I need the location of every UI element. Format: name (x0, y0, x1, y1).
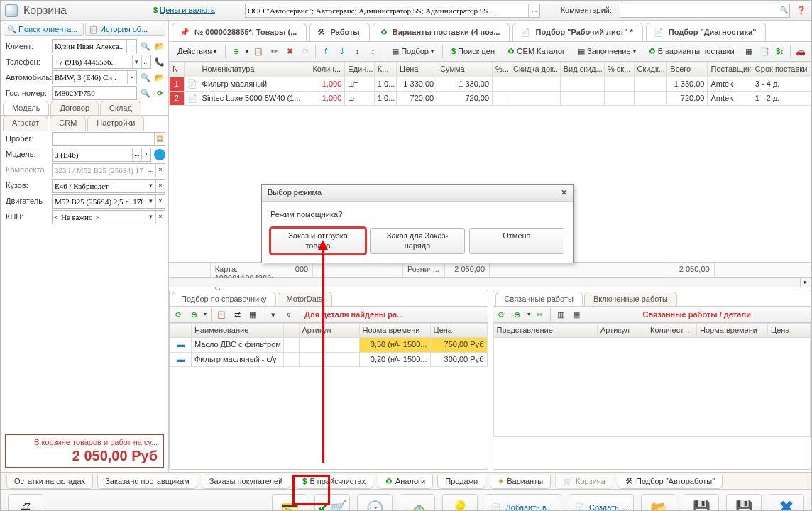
print-button[interactable]: 🖨 (8, 494, 43, 512)
history-button[interactable]: 🕑 (357, 494, 393, 512)
tab-crm[interactable]: CRM (50, 116, 86, 130)
tab-settings[interactable]: Настройки (87, 116, 144, 130)
tab-related[interactable]: Связанные работы (495, 292, 583, 306)
copy-icon[interactable]: 📋 (253, 46, 264, 57)
gos-search-icon[interactable]: 🔍 (140, 87, 151, 99)
help-icon[interactable]: ❓ (796, 5, 807, 16)
btab-cart[interactable]: 🛒Корзина (555, 475, 613, 489)
komplekt-input[interactable]: ...× (52, 163, 165, 177)
modal-order-naryad-button[interactable]: Заказ для Заказ-наряда (370, 228, 465, 253)
hint-button[interactable]: 💡 (442, 494, 478, 512)
open-icon[interactable]: 📂 (154, 40, 165, 52)
engine-input[interactable]: ▾× (52, 194, 165, 209)
org-combo[interactable]: ... (245, 4, 540, 18)
rel-table[interactable]: ПредставлениеАртикулКоличест...Норма вре… (493, 323, 811, 437)
history-button[interactable]: 📋 История об... (85, 23, 165, 36)
kuzov-input[interactable]: ▾× (52, 179, 165, 193)
swap-icon[interactable]: ⇄ (231, 309, 243, 320)
filter-icon[interactable]: ▾ (268, 309, 279, 320)
comment-search-icon[interactable]: 🔍 (779, 4, 789, 17)
car-open-icon[interactable]: 📂 (154, 72, 165, 83)
modal-cancel-button[interactable]: Отмена (469, 228, 564, 253)
tab-included[interactable]: Включенные работы (584, 292, 677, 306)
car-icon[interactable]: 🚗 (795, 46, 806, 57)
client-input[interactable]: ... (52, 39, 137, 53)
goods-table[interactable]: NНоменклатураКолич...Един...К...ЦенаСумм… (169, 62, 811, 106)
sort2-icon[interactable]: ↕ (367, 46, 378, 57)
delete-icon[interactable]: ✖ (284, 46, 295, 57)
filter-off-icon[interactable]: ▿ (283, 309, 295, 320)
tab-works[interactable]: 🛠Работы (309, 23, 369, 41)
car-input[interactable]: ...× (52, 70, 137, 84)
table-row[interactable]: ▬Фильтр масляный - с/у0,20 (н/ч 1500...3… (170, 352, 488, 366)
save-button[interactable]: 💾 (684, 494, 719, 512)
tb-icon1[interactable]: ▦ (743, 46, 755, 57)
add-to-button[interactable]: 📄Добавить в ... (485, 494, 561, 512)
tab-warehouse[interactable]: Склад (100, 101, 141, 115)
tab-contract[interactable]: Договор (50, 101, 99, 115)
to-variants-button[interactable]: ♻В варианты поставки (644, 45, 739, 58)
mileage-input[interactable]: 🧮 (52, 132, 165, 146)
sort-icon[interactable]: ↕ (351, 46, 363, 57)
table-row[interactable]: ▬Масло ДВС с фильтром - замена0,50 (н/ч … (170, 338, 488, 352)
tab-podbor-diag[interactable]: 📄Подбор "Диагностика" (646, 23, 767, 41)
save-close-button[interactable]: 💾 (726, 494, 762, 512)
refresh-icon[interactable]: ⟳ (154, 87, 165, 99)
fill-button[interactable]: ▦Заполнение▾ (574, 45, 640, 58)
dial-icon[interactable]: 📞 (154, 56, 165, 67)
globe-icon[interactable]: 🌐 (154, 149, 165, 160)
table-row[interactable]: 2📄Sintec Luxe 5000 5W40 (1...1,000шт1,0.… (170, 91, 811, 105)
model-input[interactable]: ...× (52, 148, 151, 162)
hscroll-right[interactable]: ▸ (800, 278, 811, 287)
add-icon[interactable]: ⊕ (512, 309, 523, 320)
modal-close-icon[interactable]: ✕ (561, 188, 567, 197)
add-icon[interactable]: ⊕ (230, 46, 241, 57)
ref-table[interactable]: НаименованиеАртикулНорма времениЦена ▬Ма… (170, 323, 488, 367)
gosnumber-input[interactable] (52, 86, 137, 100)
up-icon[interactable]: ⇑ (320, 46, 331, 57)
btab-analogs[interactable]: ♻Аналоги (378, 475, 433, 489)
edit-icon[interactable]: ✏ (268, 46, 280, 57)
refresh-icon[interactable]: ⟳ (300, 46, 311, 57)
card-button[interactable]: 💳 (272, 494, 307, 512)
tb-icon3[interactable]: $↕ (774, 46, 786, 57)
btab-stock[interactable]: Остатки на складах (6, 475, 93, 489)
down-icon[interactable]: ⇓ (336, 46, 347, 57)
search-prices-button[interactable]: $Поиск цен (447, 45, 499, 58)
refresh-icon[interactable]: ⟳ (496, 309, 508, 320)
copy-icon[interactable]: 📋 (216, 309, 227, 320)
edit-icon[interactable]: ✏ (534, 309, 546, 320)
oem-button[interactable]: ♻OEM Каталог (503, 45, 569, 58)
org-combo-dropdown[interactable]: ... (528, 4, 539, 17)
btab-ordered[interactable]: Заказано поставщикам (97, 475, 197, 489)
tab-podbor-worksheet[interactable]: 📄Подбор "Рабочий лист" * (512, 23, 642, 41)
btab-customer-orders[interactable]: Заказы покупателей (202, 475, 291, 489)
calc-icon[interactable]: 🧮 (154, 133, 165, 145)
tab-goods[interactable]: 📌№ 0000028855*. Товары (... (172, 23, 307, 41)
vehicle-button[interactable]: 🚕 (400, 494, 435, 512)
tab-aggregate[interactable]: Агрегат (3, 116, 48, 130)
tb-icon2[interactable]: 📑 (759, 46, 770, 57)
comment-input[interactable]: 🔍 (620, 4, 790, 18)
kpp-input[interactable]: ▾× (52, 210, 165, 224)
phone-input[interactable]: ▾... (52, 55, 151, 69)
tab-supply-variants[interactable]: ♻Варианты поставки (4 поз... (373, 23, 510, 41)
table-row[interactable]: 1📄Фильтр масляный1,000шт1,0...1 330,001 … (170, 77, 811, 91)
cols-icon[interactable]: ▦ (247, 309, 258, 320)
checkout-button[interactable]: ✔🛒 (314, 494, 350, 512)
search-icon[interactable]: 🔍 (140, 40, 151, 52)
model-link[interactable]: Модель: (4, 148, 49, 160)
tab-ref-podbor[interactable]: Подбор по справочнику (172, 292, 276, 306)
btab-sales[interactable]: Продажи (437, 475, 485, 489)
actions-button[interactable]: Действия▾ (173, 45, 221, 58)
tab-model[interactable]: Модель (3, 101, 49, 115)
btab-podbor-auto[interactable]: 🛠Подбор "Авторабoты" (618, 475, 723, 489)
btab-variants[interactable]: ✦Варианты (490, 475, 551, 489)
create-button[interactable]: 📄Создать ... (569, 494, 634, 512)
folder-up-button[interactable]: 📂 (641, 494, 676, 512)
search-client-button[interactable]: 🔍 Поиск клиента... (4, 23, 84, 36)
btab-pricelists[interactable]: $В прайс-листах (295, 475, 373, 489)
close-button[interactable]: ✖ (769, 494, 804, 512)
podbor-button[interactable]: ▦Подбор▾ (388, 45, 438, 58)
refresh-icon[interactable]: ⟳ (172, 309, 184, 320)
